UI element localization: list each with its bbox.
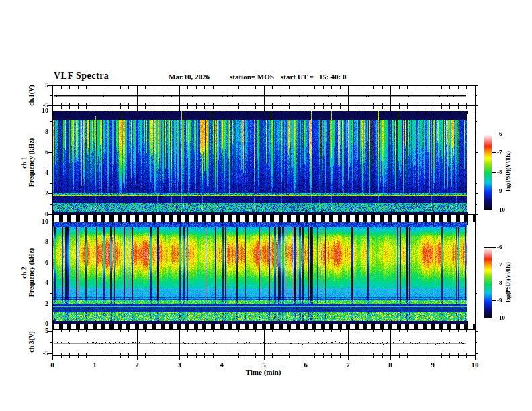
x-axis-tick [298,356,298,358]
ch2-axis-label-line1: ch.2 [20,248,28,297]
x-axis-tick [187,356,188,358]
ch1-volt-tick [48,105,52,106]
colorbar-ch1-tick [492,152,496,153]
station-label: station= MOS [230,73,274,81]
tick-comb-top [52,106,476,111]
x-axis-tick [458,356,459,358]
x-tick-label: 2 [135,361,139,369]
ch2-freq-minor-tick [50,314,52,314]
x-axis-tick [433,356,433,360]
colorbar-ch2-tick [492,283,496,283]
ch1-voltage-panel [52,85,476,106]
x-tick-label: 5 [262,361,266,369]
x-axis-tick [204,356,205,358]
x-axis-tick [247,356,247,358]
ch1-spectrogram-canvas [53,111,475,214]
ch1-freq-tick [48,132,52,132]
x-axis-tick [365,356,365,358]
ch1-freq-tick [48,111,52,111]
start-ut-label: start UT = 15: 40: 0 [281,73,346,81]
x-axis-tick [112,356,112,358]
colorbar-ch1-tick-label: -7 [497,149,502,156]
ch2-freq-minor-tick-right [476,273,477,273]
x-axis-tick [69,356,70,358]
ch1-freq-tick-right [476,111,478,111]
figure-date: Mar.10, 2026 [169,73,210,81]
ch1-freq-minor-tick-right [476,183,477,184]
ch2-freq-tick-label: 8 [34,238,48,245]
x-axis-tick [103,356,103,358]
ch1-freq-tick [48,193,52,194]
colorbar-ch2-gradient [484,248,492,318]
ch2-freq-tick [48,222,52,222]
colorbar-ch1 [484,134,492,210]
ch1-freq-tick [48,152,52,153]
ch1-freq-tick [48,173,52,173]
ch1-freq-tick [48,214,52,215]
colorbar-ch1-tick [492,172,496,173]
colorbar-ch1-tick-label: -10 [497,206,505,213]
x-axis-tick [475,356,476,360]
ch1-freq-tick-right [476,214,478,215]
x-axis-tick [230,356,230,358]
colorbar-ch2-tick [492,265,496,265]
ch1-volt-tick-right [476,105,478,106]
x-axis-tick [407,356,408,358]
vlf-spectra-figure: VLF Spectra Mar.10, 2026 station= MOS st… [0,0,532,411]
x-axis-tick [145,356,146,358]
colorbar-ch2-tick-label: -7 [497,261,502,268]
ch2-freq-tick [48,304,52,304]
ch1-frequency-axis-label: ch.1 Frequency (kHz) [20,138,35,187]
x-tick-label: 1 [93,361,97,369]
x-axis-tick [441,356,442,358]
ch1-freq-minor-tick [50,142,52,142]
x-axis-tick [196,356,197,358]
ch1-freq-minor-tick-right [476,142,477,142]
ch2-freq-tick-label: 4 [34,279,48,286]
ch2-freq-tick-right [476,222,478,222]
x-tick-label: 10 [472,361,479,369]
ch3-voltage-panel [52,329,476,356]
colorbar-ch2-tick-label: -10 [497,314,505,321]
x-axis-tick [382,356,383,358]
ch2-freq-tick-right [476,304,478,304]
ch2-spectrogram-panel [52,222,476,324]
x-axis-tick [331,356,332,358]
x-axis-tick [137,356,138,360]
ch3-volt-tick [48,331,52,332]
x-axis-tick [449,356,450,358]
x-axis-tick [179,356,180,360]
ch3-volt-minor-tick-right [476,342,477,342]
x-axis-tick [306,356,306,360]
ch1-freq-tick-label: 10 [34,107,48,114]
x-axis-tick [272,356,273,358]
ch1-volt-minor-tick [50,95,52,96]
ch2-frequency-axis-label: ch.2 Frequency (kHz) [20,248,35,297]
colorbar-ch1-tick-label: -6 [497,130,502,137]
x-axis-tick [425,356,425,358]
x-axis-tick [323,356,324,358]
ch1-volt-minor-tick-right [476,95,477,96]
ch1-volt-tick [48,85,52,86]
colorbar-ch2-tick [492,318,496,318]
ch1-freq-minor-tick [50,163,52,163]
ch1-freq-tick-right [476,152,478,153]
colorbar-ch2-tick-label: -9 [497,297,502,304]
x-axis-tick [264,356,265,360]
ch1-freq-tick-label: 6 [34,148,48,156]
x-axis-tick [171,356,171,358]
ch3-volt-tick-label: 5 [34,327,48,334]
ch1-freq-tick-label: 8 [34,128,48,135]
x-axis-tick [95,356,95,360]
figure-title: VLF Spectra [54,71,109,81]
ch2-axis-label-line2: Frequency (kHz) [28,248,35,297]
colorbar-ch1-gradient [484,134,492,209]
ch1-freq-tick-right [476,173,478,173]
colorbar-ch1-tick [492,134,496,134]
x-axis-tick [314,356,315,358]
colorbar-ch1-tick-label: -9 [497,187,502,194]
ch1-freq-tick-label: 4 [34,169,48,176]
x-axis-tick [222,356,222,360]
ch2-spectrogram-canvas [53,222,475,324]
ch1-voltage-waveform-canvas [53,86,475,105]
